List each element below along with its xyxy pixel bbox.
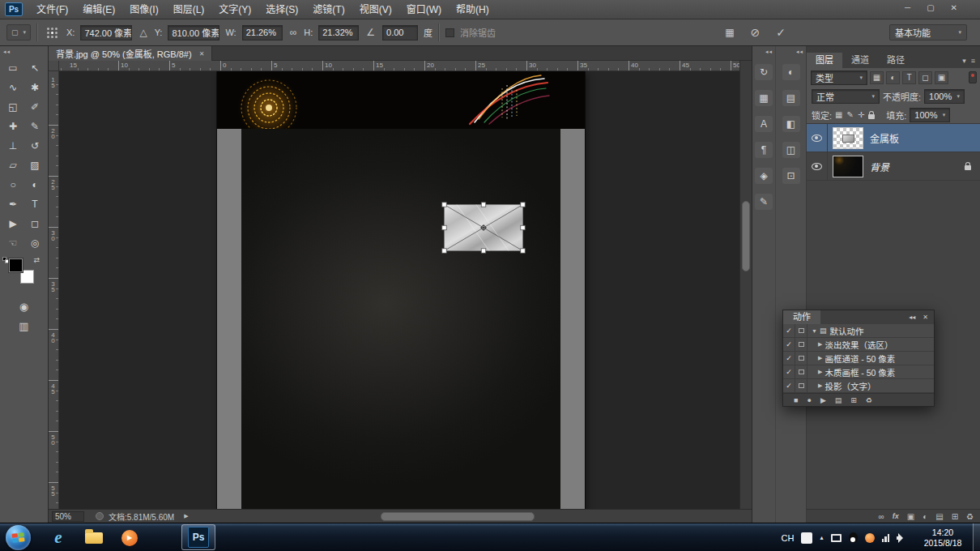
styles-panel-icon[interactable]: ▤ bbox=[782, 90, 800, 106]
transform-bounding-box[interactable] bbox=[439, 199, 528, 256]
tool-brush[interactable]: ✎ bbox=[24, 117, 46, 135]
tool-hand[interactable]: ☜ bbox=[2, 233, 24, 252]
action-row[interactable]: ✓ ▶ 淡出效果（选区） bbox=[783, 338, 934, 352]
visibility-cell[interactable] bbox=[807, 152, 828, 180]
layer-thumbnail[interactable] bbox=[833, 156, 863, 177]
filter-type-icon[interactable]: T bbox=[902, 71, 916, 84]
width-input[interactable]: 21.26% bbox=[242, 25, 283, 41]
action-row[interactable]: ✓ ▶ 画框通道 - 50 像素 bbox=[783, 352, 934, 365]
dialog-toggle-icon[interactable] bbox=[795, 379, 807, 392]
layer-styles-icon[interactable]: fx bbox=[893, 512, 899, 520]
visibility-cell[interactable] bbox=[807, 124, 828, 152]
filter-type-select[interactable]: 类型▾ bbox=[811, 70, 867, 85]
layer-row-metal-plate[interactable]: 金属板 bbox=[807, 124, 980, 152]
lock-pixels-icon[interactable]: ✎ bbox=[847, 110, 854, 119]
delete-action-icon[interactable]: ♻ bbox=[866, 396, 872, 404]
properties-panel-icon[interactable]: ◫ bbox=[782, 142, 800, 158]
start-button[interactable] bbox=[6, 525, 31, 550]
vertical-scrollbar[interactable] bbox=[739, 61, 752, 509]
action-check-icon[interactable]: ✓ bbox=[783, 365, 795, 378]
dialog-toggle-icon[interactable] bbox=[795, 324, 807, 337]
height-input[interactable]: 21.32% bbox=[318, 25, 359, 41]
monitor-tray-icon[interactable] bbox=[831, 534, 842, 542]
expand-arrow-icon[interactable]: ▶ bbox=[818, 355, 822, 361]
layer-name[interactable]: 金属板 bbox=[870, 131, 899, 145]
warp-mode-icon[interactable]: ▦ bbox=[723, 27, 735, 38]
info-panel-icon[interactable]: ◈ bbox=[755, 168, 773, 184]
link-dimensions-icon[interactable]: ∞ bbox=[288, 27, 299, 38]
swatches-panel-icon[interactable]: ▦ bbox=[755, 90, 773, 106]
menu-view[interactable]: 视图(V) bbox=[352, 0, 399, 19]
menu-edit[interactable]: 编辑(E) bbox=[75, 0, 122, 19]
filter-shape-icon[interactable]: ◻ bbox=[918, 71, 932, 84]
expand-arrow-icon[interactable]: ▼ bbox=[812, 328, 817, 334]
menu-image[interactable]: 图像(I) bbox=[122, 0, 165, 19]
filter-toggle[interactable] bbox=[969, 71, 977, 83]
angle-input[interactable]: 0.00 bbox=[382, 25, 418, 41]
show-desktop-button[interactable] bbox=[973, 523, 980, 551]
tool-blur[interactable]: ○ bbox=[2, 175, 24, 194]
tab-channels[interactable]: 通道 bbox=[842, 53, 878, 68]
horizontal-scroll-thumb[interactable] bbox=[381, 512, 535, 521]
action-check-icon[interactable]: ✓ bbox=[783, 338, 795, 351]
tool-zoom[interactable]: ◎ bbox=[24, 233, 46, 252]
swap-colors-icon[interactable]: ⇄ bbox=[33, 256, 40, 264]
action-check-icon[interactable]: ✓ bbox=[783, 379, 795, 392]
layer-row-background[interactable]: 背景 bbox=[807, 152, 980, 181]
tool-eyedropper[interactable]: ✐ bbox=[24, 97, 46, 116]
new-adjustment-icon[interactable]: ◐ bbox=[922, 512, 927, 521]
menu-window[interactable]: 窗口(W) bbox=[399, 0, 449, 19]
network-icon[interactable] bbox=[882, 534, 890, 542]
x-input[interactable]: 742.00 像素 bbox=[80, 25, 132, 41]
document-tab[interactable]: 背景.jpg @ 50% (金属板, RGB/8#) ✕ bbox=[49, 46, 212, 61]
dialog-toggle-icon[interactable] bbox=[795, 352, 807, 365]
zoom-level-input[interactable]: 50% bbox=[52, 511, 84, 522]
tool-preset-picker[interactable]: ▢▾ bbox=[6, 24, 31, 41]
close-tab-icon[interactable]: ✕ bbox=[199, 50, 205, 58]
new-group-icon[interactable]: ▤ bbox=[935, 512, 943, 521]
stop-icon[interactable]: ■ bbox=[794, 396, 798, 404]
status-flyout-icon[interactable]: ▶ bbox=[184, 513, 188, 519]
tab-paths[interactable]: 路径 bbox=[878, 53, 914, 68]
tool-quick-select[interactable]: ✱ bbox=[24, 78, 46, 96]
media-player-button[interactable]: ▶ bbox=[115, 526, 144, 550]
collapse-panel-icon[interactable]: ◂◂ bbox=[909, 314, 915, 321]
filter-pixel-icon[interactable]: ▦ bbox=[870, 71, 884, 84]
language-indicator[interactable]: CH bbox=[782, 533, 795, 543]
reference-point-locator[interactable] bbox=[47, 28, 58, 38]
close-button[interactable]: ✕ bbox=[951, 0, 957, 16]
chevron-down-icon[interactable]: ▾ bbox=[962, 57, 966, 65]
canvas-area[interactable] bbox=[59, 71, 739, 509]
action-check-icon[interactable]: ✓ bbox=[783, 352, 795, 365]
tool-gradient[interactable]: ▨ bbox=[24, 156, 46, 174]
document-canvas[interactable] bbox=[217, 71, 585, 509]
history-panel-icon[interactable]: ↻ bbox=[755, 64, 773, 80]
layer-mask-icon[interactable]: ▣ bbox=[907, 512, 914, 521]
screen-mode-button[interactable]: ▥ bbox=[19, 320, 28, 332]
expand-panels-button[interactable]: ◂◂ bbox=[752, 46, 775, 58]
action-set-row[interactable]: ✓ ▼ ▤ 默认动作 bbox=[783, 324, 934, 338]
opacity-select[interactable]: 100%▾ bbox=[924, 89, 965, 104]
menu-filter[interactable]: 滤镜(T) bbox=[305, 0, 352, 19]
minimize-button[interactable]: ─ bbox=[905, 0, 910, 16]
internet-explorer-button[interactable]: e bbox=[44, 526, 73, 550]
menu-select[interactable]: 选择(S) bbox=[258, 0, 305, 19]
collapse-toolbox-button[interactable]: ◂◂ bbox=[0, 46, 48, 58]
action-label[interactable]: 木质画框 - 50 像素 bbox=[824, 366, 895, 378]
new-set-icon[interactable]: ▤ bbox=[835, 396, 842, 404]
menu-help[interactable]: 帮助(H) bbox=[449, 0, 496, 19]
quick-mask-button[interactable]: ◉ bbox=[19, 301, 28, 313]
expand-arrow-icon[interactable]: ▶ bbox=[818, 382, 822, 389]
expand-panels-button[interactable]: ◂◂ bbox=[776, 46, 806, 58]
link-layers-icon[interactable]: ∞ bbox=[879, 512, 884, 521]
brush-panel-icon[interactable]: ✎ bbox=[755, 194, 773, 210]
paragraph-panel-icon[interactable]: ¶ bbox=[755, 142, 773, 158]
tool-healing-brush[interactable]: ✚ bbox=[2, 117, 24, 135]
clone-source-panel-icon[interactable]: ⊡ bbox=[782, 168, 800, 184]
maximize-button[interactable]: ▢ bbox=[927, 0, 934, 16]
tool-path-select[interactable]: ▶ bbox=[2, 214, 24, 233]
menu-layer[interactable]: 图层(L) bbox=[166, 0, 212, 19]
tool-eraser[interactable]: ▱ bbox=[2, 156, 24, 174]
filter-adjustment-icon[interactable]: ◐ bbox=[886, 71, 900, 84]
app-tray-icon[interactable] bbox=[865, 533, 875, 543]
